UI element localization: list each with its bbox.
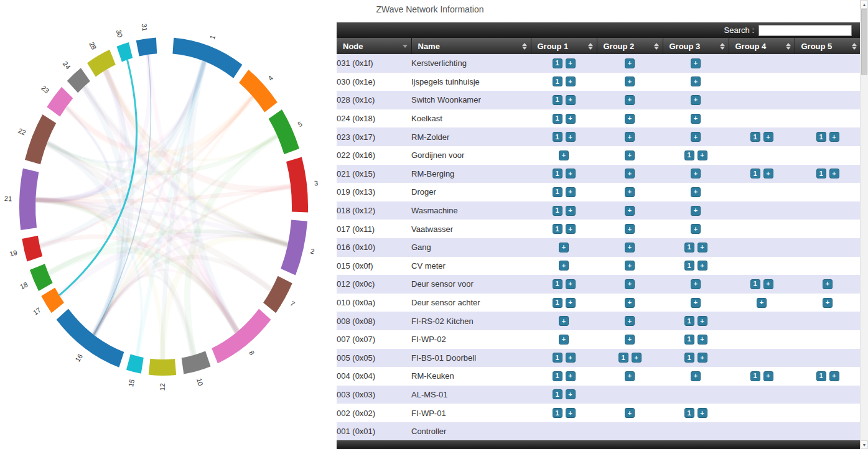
group-add-button[interactable]: +: [625, 76, 635, 86]
chord-segment-28[interactable]: [87, 50, 116, 77]
chord-segment-22[interactable]: [25, 114, 56, 164]
group-node-button[interactable]: 1: [750, 279, 760, 289]
group-add-button[interactable]: +: [691, 95, 701, 105]
group-node-button[interactable]: 1: [684, 243, 694, 252]
group-add-button[interactable]: +: [691, 371, 701, 381]
group-node-button[interactable]: 1: [750, 169, 760, 178]
chord-segment-19[interactable]: [22, 236, 42, 262]
group-add-button[interactable]: +: [625, 114, 635, 124]
group-node-button[interactable]: 1: [553, 389, 562, 399]
group-add-button[interactable]: +: [566, 371, 576, 381]
group-add-button[interactable]: +: [691, 279, 701, 289]
group-node-button[interactable]: 1: [684, 261, 694, 271]
group-add-button[interactable]: +: [757, 298, 767, 308]
group-node-button[interactable]: 1: [553, 169, 562, 178]
group-add-button[interactable]: +: [566, 206, 576, 216]
group-add-button[interactable]: +: [691, 298, 701, 308]
group-add-button[interactable]: +: [691, 224, 701, 234]
group-add-button[interactable]: +: [691, 169, 701, 178]
column-header-group-4[interactable]: Group 4: [729, 38, 795, 54]
group-add-button[interactable]: +: [559, 316, 569, 326]
group-node-button[interactable]: 1: [684, 150, 694, 160]
group-add-button[interactable]: +: [566, 279, 576, 289]
group-node-button[interactable]: 1: [750, 371, 760, 381]
group-add-button[interactable]: +: [829, 169, 839, 178]
group-add-button[interactable]: +: [566, 95, 576, 105]
scrollbar-thumb[interactable]: [861, 9, 867, 75]
group-add-button[interactable]: +: [625, 150, 635, 160]
group-add-button[interactable]: +: [625, 335, 635, 345]
group-node-button[interactable]: 1: [553, 206, 562, 216]
group-add-button[interactable]: +: [566, 132, 576, 142]
group-add-button[interactable]: +: [625, 132, 635, 142]
group-add-button[interactable]: +: [566, 353, 576, 363]
group-node-button[interactable]: 1: [618, 353, 628, 363]
group-add-button[interactable]: +: [566, 224, 576, 234]
group-add-button[interactable]: +: [691, 76, 701, 86]
group-add-button[interactable]: +: [625, 169, 635, 178]
chord-segment-30[interactable]: [117, 42, 133, 62]
chord-segment-7[interactable]: [263, 276, 292, 313]
group-add-button[interactable]: +: [625, 243, 635, 252]
column-header-group-1[interactable]: Group 1: [531, 38, 597, 54]
group-add-button[interactable]: +: [625, 371, 635, 381]
group-add-button[interactable]: +: [763, 132, 773, 142]
chord-segment-15[interactable]: [126, 354, 144, 374]
group-node-button[interactable]: 1: [684, 335, 694, 345]
column-header-name[interactable]: Name: [411, 38, 531, 54]
group-node-button[interactable]: 1: [553, 76, 562, 86]
search-input[interactable]: [758, 25, 852, 36]
group-add-button[interactable]: +: [566, 58, 576, 68]
group-add-button[interactable]: +: [625, 58, 635, 68]
group-node-button[interactable]: 1: [684, 408, 694, 418]
group-add-button[interactable]: +: [691, 187, 701, 197]
group-node-button[interactable]: 1: [816, 371, 826, 381]
group-add-button[interactable]: +: [698, 150, 707, 160]
group-add-button[interactable]: +: [625, 316, 635, 326]
group-add-button[interactable]: +: [625, 224, 635, 234]
group-add-button[interactable]: +: [625, 298, 635, 308]
group-add-button[interactable]: +: [566, 187, 576, 197]
chord-segment-5[interactable]: [269, 109, 299, 154]
column-header-group-3[interactable]: Group 3: [663, 38, 729, 54]
chord-segment-18[interactable]: [30, 264, 53, 291]
group-node-button[interactable]: 1: [553, 371, 562, 381]
group-node-button[interactable]: 1: [553, 95, 562, 105]
group-node-button[interactable]: 1: [816, 132, 826, 142]
chord-segment-16[interactable]: [57, 309, 124, 368]
group-add-button[interactable]: +: [566, 114, 576, 124]
group-node-button[interactable]: 1: [684, 353, 694, 363]
group-add-button[interactable]: +: [698, 261, 707, 271]
group-node-button[interactable]: 1: [553, 408, 562, 418]
vertical-scrollbar[interactable]: ▲ ▼: [860, 0, 868, 449]
group-add-button[interactable]: +: [566, 389, 576, 399]
group-node-button[interactable]: 1: [553, 58, 562, 68]
group-node-button[interactable]: 1: [553, 353, 562, 363]
group-add-button[interactable]: +: [559, 150, 569, 160]
column-header-group-5[interactable]: Group 5: [795, 38, 861, 54]
group-add-button[interactable]: +: [691, 114, 701, 124]
group-add-button[interactable]: +: [566, 298, 576, 308]
group-add-button[interactable]: +: [698, 316, 707, 326]
group-add-button[interactable]: +: [698, 353, 707, 363]
group-node-button[interactable]: 1: [553, 224, 562, 234]
group-node-button[interactable]: 1: [816, 169, 826, 178]
chord-segment-8[interactable]: [212, 309, 271, 364]
group-add-button[interactable]: +: [829, 371, 839, 381]
group-node-button[interactable]: 1: [553, 187, 562, 197]
scroll-down-icon[interactable]: ▼: [861, 440, 868, 449]
group-node-button[interactable]: 1: [684, 316, 694, 326]
group-add-button[interactable]: +: [763, 169, 773, 178]
group-add-button[interactable]: +: [698, 408, 707, 418]
group-add-button[interactable]: +: [763, 371, 773, 381]
group-node-button[interactable]: 1: [553, 132, 562, 142]
group-add-button[interactable]: +: [632, 353, 642, 363]
group-add-button[interactable]: +: [763, 279, 773, 289]
scroll-up-icon[interactable]: ▲: [861, 0, 868, 9]
group-add-button[interactable]: +: [823, 279, 833, 289]
column-header-group-2[interactable]: Group 2: [597, 38, 663, 54]
chord-segment-12[interactable]: [149, 359, 177, 376]
group-add-button[interactable]: +: [625, 279, 635, 289]
group-add-button[interactable]: +: [823, 298, 833, 308]
group-add-button[interactable]: +: [691, 206, 701, 216]
